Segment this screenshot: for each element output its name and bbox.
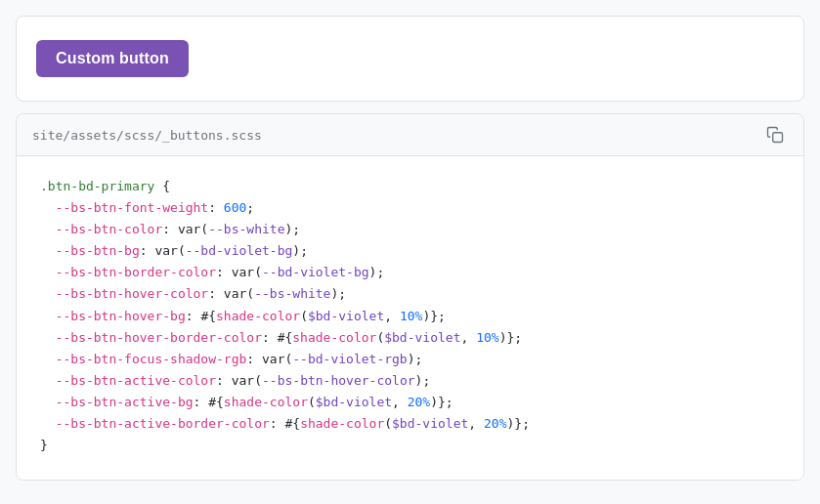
- code-panel: site/assets/scss/_buttons.scss .btn-bd-p…: [16, 113, 804, 481]
- code-header: site/assets/scss/_buttons.scss: [17, 114, 803, 156]
- code-filename: site/assets/scss/_buttons.scss: [32, 128, 262, 143]
- code-content: .btn-bd-primary { --bs-btn-font-weight: …: [40, 176, 780, 456]
- code-body: .btn-bd-primary { --bs-btn-font-weight: …: [17, 156, 803, 480]
- copy-icon: [766, 126, 784, 144]
- svg-rect-0: [773, 133, 783, 143]
- custom-button[interactable]: Custom button: [36, 40, 189, 77]
- demo-panel: Custom button: [16, 16, 804, 102]
- copy-button[interactable]: [762, 124, 788, 146]
